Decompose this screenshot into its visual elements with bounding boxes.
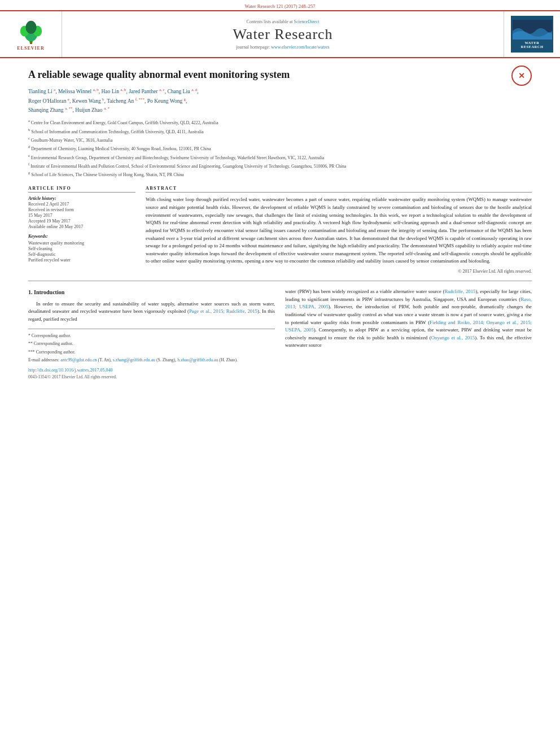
keywords-list: Wastewater quality monitoring Self-clean…	[28, 241, 135, 263]
affiliations: a Centre for Clean Environment and Energ…	[28, 118, 532, 178]
email-zhao[interactable]: h.zhao@griffith.edu.au	[177, 357, 218, 362]
affiliation-e: Environmental Research Group, Department…	[31, 155, 324, 160]
authors-line: Tianling Li a, Melissa Winnel a, b, Hao …	[28, 87, 532, 115]
section-divider	[28, 281, 532, 281]
crossmark-icon: ✕	[511, 65, 532, 86]
issn-line: 0043-1354/© 2017 Elsevier Ltd. All right…	[28, 374, 275, 381]
section-title-text: Introduction	[34, 289, 64, 295]
doi-line[interactable]: http://dx.doi.org/10.1016/j.watres.2017.…	[28, 367, 275, 374]
available-online-date: Available online 20 May 2017	[28, 224, 135, 229]
copyright-line: © 2017 Elsevier Ltd. All rights reserved…	[146, 269, 532, 274]
journal-citation: Water Research 121 (2017) 248–257	[0, 0, 560, 10]
journal-header-band: ELSEVIER Contents lists available at Sci…	[0, 10, 560, 58]
elsevier-logo: ELSEVIER	[0, 11, 62, 57]
ref-fielding-2014[interactable]: Fielding and Roiko, 2014; Onyango et al.…	[285, 320, 532, 333]
introduction-section: 1. Introduction In order to ensure the s…	[28, 288, 532, 381]
email-zhang[interactable]: s.zhang@griffith.edu.au	[113, 357, 155, 362]
affiliation-c: Goulburn-Murray Water, VIC, 3616, Austra…	[31, 138, 113, 143]
abstract-text: With closing water loop through purified…	[146, 196, 532, 265]
homepage-link[interactable]: www.elsevier.com/locate/watres	[271, 45, 329, 50]
sciencedirect-link[interactable]: ScienceDirect	[294, 19, 320, 24]
revised-date: Received in revised form	[28, 207, 135, 212]
received-date: Received 2 April 2017	[28, 202, 135, 207]
article-info-abstract-section: ARTICLE INFO Article history: Received 2…	[28, 186, 532, 274]
journal-title-area: Contents lists available at ScienceDirec…	[62, 11, 504, 57]
journal-name: Water Research	[233, 26, 333, 43]
revised-date-value: 15 May 2017	[28, 213, 135, 218]
ref-page-2015[interactable]: Page et al., 2015; Radcliffe, 2015	[189, 308, 257, 314]
article-info-header: ARTICLE INFO	[28, 186, 135, 193]
paper-body: ✕ A reliable sewage quality abnormal eve…	[0, 58, 560, 392]
wr-wave-icon	[513, 20, 552, 40]
sciencedirect-text: Contents lists available at	[247, 19, 293, 24]
footnote-star1: * Corresponding author.	[28, 333, 275, 339]
doi-link[interactable]: http://dx.doi.org/10.1016/j.watres.2017.…	[28, 368, 112, 373]
svg-rect-5	[30, 41, 32, 44]
abstract-header: ABSTRACT	[146, 186, 532, 193]
article-info-panel: ARTICLE INFO Article history: Received 2…	[28, 186, 135, 274]
email-label: E-mail addresses:	[28, 357, 59, 362]
affiliation-a: Centre for Clean Environment and Energy,…	[31, 120, 218, 125]
footnote-emails: E-mail addresses: antc99@gdut.edu.cn (T.…	[28, 357, 275, 364]
accepted-date: Accepted 19 May 2017	[28, 219, 135, 224]
ref-onyango-2015[interactable]: Onyango et al., 2015	[431, 335, 475, 340]
affiliation-g: School of Life Sciences, The Chinese Uni…	[31, 172, 184, 177]
citation-text: Water Research 121 (2017) 248–257	[245, 3, 316, 9]
crossmark[interactable]: ✕	[511, 65, 532, 86]
affiliation-b: School of Information and Communication …	[31, 129, 204, 134]
affiliation-f: Institute of Environmental Health and Po…	[30, 163, 346, 168]
keyword-1: Wastewater quality monitoring	[28, 241, 135, 246]
intro-left-col: 1. Introduction In order to ensure the s…	[28, 288, 275, 381]
ref-raso-2013[interactable]: Raso, 2013; USEPA, 2005	[285, 296, 532, 310]
wr-logo-text: WATERRESEARCH	[520, 41, 543, 49]
keyword-2: Self-cleaning	[28, 246, 135, 251]
elsevier-tree-icon	[14, 18, 48, 45]
affiliation-d: Department of Chemistry, Liaoning Medica…	[31, 146, 211, 151]
sciencedirect-line: Contents lists available at ScienceDirec…	[247, 19, 320, 24]
abstract-panel: ABSTRACT With closing water loop through…	[146, 186, 532, 274]
intro-right-col: water (PRW) has been widely recognized a…	[285, 288, 532, 381]
ref-radcliffe-2015[interactable]: Radcliffe, 2015	[444, 289, 475, 294]
footnotes-area: * Corresponding author. ** Corresponding…	[28, 329, 275, 363]
keyword-4: Purified recycled water	[28, 257, 135, 263]
water-research-logo: WATERRESEARCH	[504, 11, 560, 57]
intro-left-text: In order to ensure the security and sust…	[28, 300, 275, 324]
email-an[interactable]: antc99@gdut.edu.cn	[60, 357, 97, 362]
journal-homepage: journal homepage: www.elsevier.com/locat…	[236, 45, 329, 50]
homepage-label: journal homepage:	[236, 45, 270, 50]
wr-logo-box: WATERRESEARCH	[511, 16, 553, 53]
article-history: Article history: Received 2 April 2017 R…	[28, 196, 135, 229]
keyword-3: Self-diagnostic	[28, 252, 135, 257]
elsevier-label: ELSEVIER	[17, 46, 44, 51]
paper-title: A reliable sewage quality abnormal event…	[28, 68, 532, 81]
footnote-star2: ** Corresponding author.	[28, 340, 275, 347]
intro-section-title: 1. Introduction	[28, 288, 275, 297]
keywords-section: Keywords: Wastewater quality monitoring …	[28, 234, 135, 263]
keywords-label: Keywords:	[28, 234, 48, 239]
footnote-star3: *** Corresponding author.	[28, 349, 275, 356]
svg-point-4	[25, 21, 36, 34]
section-number: 1.	[28, 289, 33, 295]
history-label: Article history:	[28, 196, 56, 201]
